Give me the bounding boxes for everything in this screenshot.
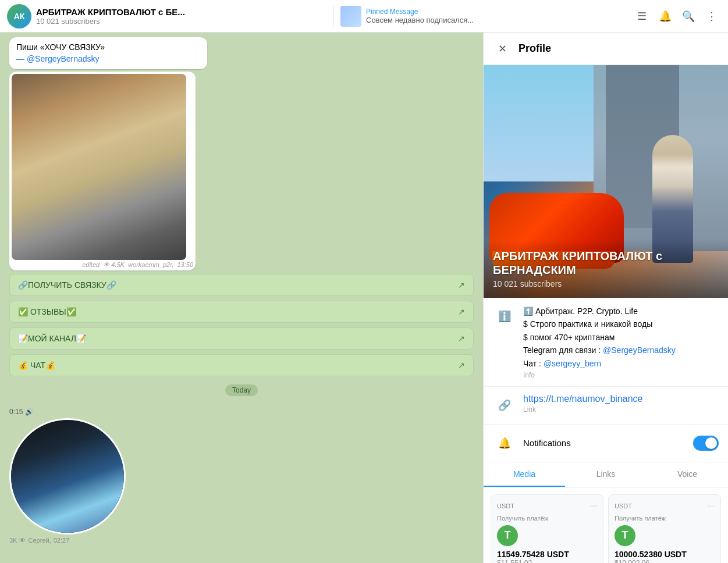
video-inner <box>11 420 124 533</box>
pinned-label: Pinned Message <box>366 8 474 16</box>
edited-label: edited <box>82 261 100 268</box>
chat-info: Чат : @sergeyy_bern <box>523 357 719 370</box>
info-line-3: $ помог 470+ криптанам <box>523 331 719 344</box>
notifications-label: Notifications <box>523 438 686 448</box>
media-tabs: Media Links Voice <box>484 462 728 487</box>
reviews-button[interactable]: ✅ ОТЗЫВЫ✅ ↗ <box>9 301 474 323</box>
search-icon[interactable]: 🔍 <box>679 7 698 26</box>
info-line-1: ⬆️ Арбитраж. P2P. Crypto. Life <box>523 305 719 318</box>
filter-icon[interactable]: ☰ <box>633 7 651 26</box>
channel-name: АРБИТРАЖ КРИПТОВАЛЮТ с БЕ... <box>36 7 324 17</box>
video-message-wrapper: 0:15 🔊 3K 👁 Сергей, 02:27 <box>9 408 474 544</box>
get-link-button[interactable]: 🔗ПОЛУЧИТЬ СВЯЗКУ🔗 ↗ <box>9 274 474 296</box>
profile-cover-name: АРБИТРАЖ КРИПТОВАЛЮТ с БЕРНАДСКИМ <box>493 249 719 277</box>
subscriber-count: 10 021 subscribers <box>36 17 324 26</box>
author-name: workaemm_p2r, <box>128 261 173 268</box>
media-grid: USDT ··· Получить платёж T 11549.75428 U… <box>484 487 728 563</box>
message-prefix: Пиши «ХОЧУ СВЯЗКУ» <box>16 42 105 52</box>
media-card-2-icon: T <box>615 525 635 546</box>
chat-area: Пиши «ХОЧУ СВЯЗКУ» — @SergeyBernadsky ed… <box>0 33 483 563</box>
video-duration: 0:15 <box>9 408 23 416</box>
media-card-1-amount: 11549.75428 USDT <box>497 550 597 559</box>
telegram-label: Telegram для связи : <box>523 345 601 355</box>
video-container: 0:15 🔊 3K 👁 Сергей, 02:27 <box>9 408 474 544</box>
tab-voice[interactable]: Voice <box>647 462 728 487</box>
channel-avatar: АК <box>7 4 31 28</box>
media-card-2-subtype: Получить платёж <box>615 515 715 522</box>
profile-link-text: https://t.me/naumov_binance Link <box>523 394 719 417</box>
more-icon[interactable]: ⋮ <box>702 7 721 26</box>
main-area: Пиши «ХОЧУ СВЯЗКУ» — @SergeyBernadsky ed… <box>0 33 728 563</box>
profile-cover-subs: 10 021 subscribers <box>493 279 719 288</box>
image-bubble: edited 👁 4.5K workaemm_p2r, 13:50 <box>9 72 196 270</box>
message-meta: edited 👁 4.5K workaemm_p2r, 13:50 <box>12 261 193 268</box>
message-image <box>12 74 186 260</box>
pinned-message[interactable]: Pinned Message Совсем недавно подписался… <box>333 6 628 27</box>
pinned-text: Совсем недавно подписался... <box>366 16 474 24</box>
message-wrapper: Пиши «ХОЧУ СВЯЗКУ» — @SergeyBernadsky <box>9 37 474 69</box>
media-card-2-usd: $10,002.06 <box>615 559 715 563</box>
profile-title: Profile <box>519 42 551 55</box>
media-card-1-usd: $11,551.02 <box>497 559 597 563</box>
profile-link-url[interactable]: https://t.me/naumov_binance <box>523 394 642 404</box>
media-card-1: USDT ··· Получить платёж T 11549.75428 U… <box>491 494 603 563</box>
media-card-1-header: USDT ··· <box>497 501 597 511</box>
message-text: Пиши «ХОЧУ СВЯЗКУ» — @SergeyBernadsky <box>16 42 200 65</box>
telegram-info: Telegram для связи : @SergeyBernadsky <box>523 344 719 357</box>
view-count: 4.5K <box>111 261 125 268</box>
profile-header: ✕ Profile <box>484 33 728 65</box>
notifications-toggle[interactable] <box>693 436 719 451</box>
video-circle[interactable] <box>9 418 126 535</box>
arrow-icon: ↗ <box>458 307 465 316</box>
profile-info-text: ⬆️ Арбитраж. P2P. Crypto. Life $ Строго … <box>523 305 719 379</box>
message-dash: — @SergeyBernadsky <box>16 54 100 63</box>
media-card-2-type: USDT <box>615 503 632 509</box>
profile-info-section: ℹ️ ⬆️ Арбитраж. P2P. Crypto. Life $ Стро… <box>484 298 728 387</box>
video-time: 02:27 <box>54 537 70 544</box>
arrow-icon: ↗ <box>458 334 465 343</box>
image-message-wrapper: edited 👁 4.5K workaemm_p2r, 13:50 <box>9 72 474 270</box>
my-channel-button[interactable]: 📝МОЙ КАНАЛ📝 ↗ <box>9 327 474 350</box>
info-label: Info <box>523 371 719 379</box>
audio-icon: 🔊 <box>25 408 34 416</box>
message-time: 13:50 <box>177 261 193 268</box>
profile-cover: АРБИТРАЖ КРИПТОВАЛЮТ с БЕРНАДСКИМ 10 021… <box>484 65 728 298</box>
channel-info: АРБИТРАЖ КРИПТОВАЛЮТ с БЕ... 10 021 subs… <box>36 7 324 26</box>
eye-icon: 👁 <box>19 537 26 544</box>
close-button[interactable]: ✕ <box>493 40 512 58</box>
profile-cover-overlay: АРБИТРАЖ КРИПТОВАЛЮТ с БЕРНАДСКИМ 10 021… <box>484 240 728 298</box>
media-card-2: USDT ··· Получить платёж T 10000.52380 U… <box>608 494 721 563</box>
telegram-link[interactable]: @SergeyBernadsky <box>603 345 676 355</box>
mute-icon[interactable]: 🔔 <box>656 7 674 26</box>
date-divider: Today <box>9 384 474 396</box>
video-views: 3K <box>9 537 17 544</box>
pinned-thumb <box>340 6 361 27</box>
reviews-label: ✅ ОТЗЫВЫ✅ <box>18 307 76 316</box>
my-channel-label: 📝МОЙ КАНАЛ📝 <box>18 334 86 343</box>
media-card-2-header: USDT ··· <box>615 501 715 511</box>
info-line-2: $ Строго практика и никакой воды <box>523 318 719 330</box>
chat-label: Чат : <box>523 359 541 368</box>
tab-links[interactable]: Links <box>565 462 647 487</box>
arrow-icon: ↗ <box>458 361 465 370</box>
message-bubble: Пиши «ХОЧУ СВЯЗКУ» — @SergeyBernadsky <box>9 37 207 69</box>
tab-media[interactable]: Media <box>484 462 565 487</box>
video-meta: 3K 👁 Сергей, 02:27 <box>9 537 474 544</box>
date-badge: Today <box>225 384 258 396</box>
media-card-1-type: USDT <box>497 503 514 509</box>
media-card-1-subtype: Получить платёж <box>497 515 597 522</box>
chat-label: 💰 ЧАТ💰 <box>18 361 55 370</box>
chat-link[interactable]: @sergeyy_bern <box>544 359 601 368</box>
media-card-2-amount: 10000.52380 USDT <box>615 550 715 559</box>
chat-button[interactable]: 💰 ЧАТ💰 ↗ <box>9 354 474 376</box>
chat-header: АК АРБИТРАЖ КРИПТОВАЛЮТ с БЕ... 10 021 s… <box>0 0 728 33</box>
profile-link-section: 🔗 https://t.me/naumov_binance Link <box>484 387 728 425</box>
media-card-2-dots[interactable]: ··· <box>707 501 715 511</box>
notification-icon: 🔔 <box>493 432 516 455</box>
info-icon: ℹ️ <box>493 305 516 328</box>
media-card-1-dots[interactable]: ··· <box>589 501 597 511</box>
link-label: Link <box>523 405 719 414</box>
chat-messages: Пиши «ХОЧУ СВЯЗКУ» — @SergeyBernadsky ed… <box>0 33 483 563</box>
pinned-info: Pinned Message Совсем недавно подписался… <box>366 8 474 24</box>
media-card-1-icon: T <box>497 525 518 546</box>
